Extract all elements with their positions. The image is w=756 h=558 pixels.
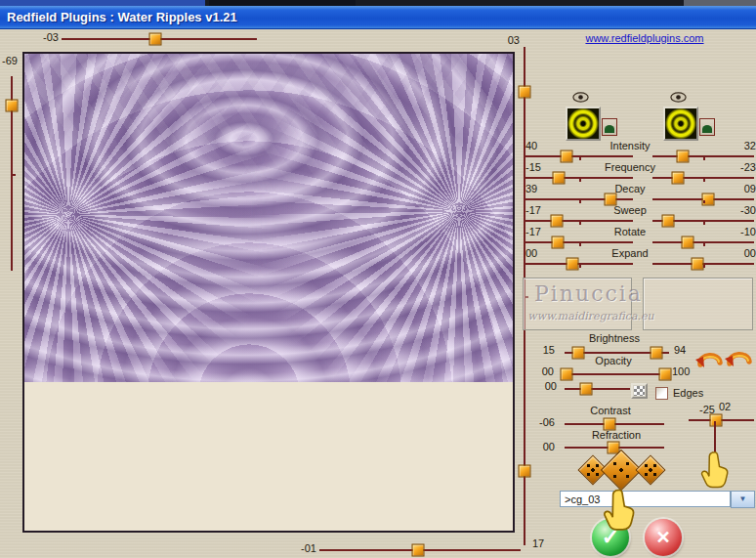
decay-right-value: 09 [731,184,756,194]
rotate-left-handle[interactable] [552,236,565,249]
decay-left-value: 39 [525,184,547,194]
right-slider-top-value: 03 [496,35,520,46]
bottom-slider-value: -01 [293,543,316,554]
opacity-left-handle[interactable] [561,368,573,381]
right-position-slider-handle-lower[interactable] [519,464,531,477]
bottom-position-slider-handle[interactable] [411,544,424,557]
ok-button[interactable]: ✓ [592,519,629,556]
mini-slider-pointer-line [714,421,716,486]
rotate-label: Rotate [572,227,688,237]
frequency-left-track[interactable] [525,177,633,179]
refraction-track[interactable] [565,447,664,449]
preset-dropdown-button[interactable]: ▼ [731,491,755,508]
frequency-right-track[interactable] [652,177,754,179]
check-icon: ✓ [602,525,619,550]
preset-dropdown-value: >cg_03 [565,494,600,505]
moire-overlay [24,54,513,382]
mini-slider-right-value: 02 [719,402,736,412]
expand-right-value: 00 [731,248,756,259]
rotate-left-track[interactable] [525,241,633,243]
left-position-slider-track[interactable] [11,76,13,271]
title-bar[interactable]: Redfield Plugins : Water Ripples v1.21 [0,6,756,29]
ripple-preview-button[interactable] [566,107,601,141]
window-title: Redfield Plugins : Water Ripples v1.21 [7,6,237,28]
opacity-track[interactable] [564,373,669,375]
decay-right-track[interactable] [652,198,754,200]
watermark-name: Pinuccia [523,281,654,306]
bottom-position-slider-track[interactable] [319,549,521,551]
opacity-right-handle[interactable] [658,368,671,381]
rotate-right-handle[interactable] [682,236,694,249]
rotate-right-value: -10 [731,227,756,237]
intensity-right-track[interactable] [652,155,754,157]
dice-pips [641,460,660,480]
intensity-right-handle[interactable] [677,150,690,163]
eye-icon[interactable] [670,89,687,100]
sweep-right-track[interactable] [652,220,754,222]
decay-left-track[interactable] [525,198,633,200]
top-position-slider-track[interactable] [62,38,257,40]
mound-button[interactable] [699,118,715,136]
mini-slider-track[interactable] [689,419,754,421]
contrast-track[interactable] [565,423,664,425]
checker-pattern-button[interactable] [631,383,648,399]
edges-checkbox[interactable] [655,387,668,400]
preview-image [24,54,513,382]
sweep-left-handle[interactable] [550,215,563,228]
top-slider-value: -03 [35,32,59,43]
preset-dropdown[interactable]: >cg_03 [560,491,731,507]
frequency-left-value: -15 [525,162,547,173]
brightness-left-value: 15 [535,345,555,356]
frequency-right-value: -23 [731,162,756,173]
rotate-right-track[interactable] [652,241,754,243]
redfieldplugins-link[interactable]: www.redfieldplugins.com [578,32,711,44]
extra-slider-handle[interactable] [580,383,593,396]
rotate-left-value: -17 [525,227,547,237]
slider-row-decay: 39 Decay 09 [524,184,756,205]
right-slider-bottom-value: 17 [532,538,552,549]
decay-right-handle[interactable] [702,193,715,206]
extra-slider-track[interactable] [565,388,630,390]
extra-slider-value: 00 [537,381,557,392]
top-position-slider-handle[interactable] [149,33,162,46]
preview-frame [22,52,515,533]
frequency-left-handle[interactable] [553,172,566,185]
intensity-left-handle[interactable] [560,150,572,163]
expand-right-track[interactable] [652,263,754,265]
left-position-slider-handle[interactable] [6,99,19,111]
decay-label: Decay [572,184,688,194]
plugin-window: Redfield Plugins : Water Ripples v1.21 -… [0,0,756,558]
right-position-slider-handle-upper[interactable] [519,85,531,98]
dice-icon[interactable] [635,454,665,485]
dice-pips [608,456,635,484]
expand-left-value: 00 [525,248,547,259]
mound-button[interactable] [602,118,617,136]
brightness-label: Brightness [563,333,666,344]
brightness-track[interactable] [565,352,669,354]
edges-label: Edges [673,388,703,399]
slider-row-sweep: -17 Sweep -30 [524,205,756,227]
refraction-value: 00 [535,442,555,452]
intensity-left-value: 40 [525,141,547,151]
expand-left-handle[interactable] [567,258,579,271]
x-icon: ✕ [655,527,670,548]
ripple-preview-button[interactable] [663,107,698,141]
chevron-down-icon: ▼ [739,494,747,503]
slider-row-rotate: -17 Rotate -10 [524,227,756,248]
sweep-right-value: -30 [731,205,756,216]
mini-slider-handle[interactable] [710,414,723,427]
frequency-right-handle[interactable] [672,172,685,185]
slider-row-intensity: 40 Intensity 32 [524,141,756,162]
eye-icon[interactable] [572,89,589,100]
contrast-label: Contrast [579,406,642,416]
sweep-left-track[interactable] [525,220,633,222]
swirl-arrow-icon[interactable] [694,348,724,368]
slider-row-frequency: -15 Frequency -23 [524,162,756,184]
cancel-button[interactable]: ✕ [645,519,682,556]
expand-left-track[interactable] [525,263,633,265]
swirl-arrow-icon[interactable] [724,347,753,367]
expand-right-handle[interactable] [691,258,703,271]
intensity-left-track[interactable] [525,155,633,157]
sweep-right-handle[interactable] [661,215,674,228]
refraction-label: Refraction [579,430,653,441]
